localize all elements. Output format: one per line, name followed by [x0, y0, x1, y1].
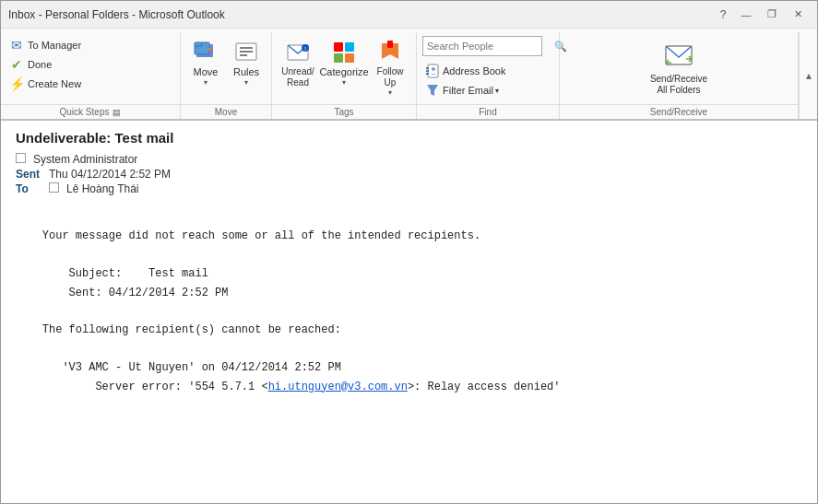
svg-rect-10: [334, 42, 343, 52]
unread-read-label: Unread/ Read: [281, 66, 314, 88]
svg-rect-11: [345, 42, 354, 52]
search-people-box[interactable]: 🔍: [422, 36, 542, 56]
find-title: Find: [417, 104, 559, 119]
to-manager-icon: ✉: [9, 38, 24, 53]
email-body: Your message did not reach some or all o…: [16, 208, 802, 415]
move-title: Move: [181, 104, 271, 119]
categorize-button[interactable]: Categorize ▾: [320, 36, 368, 97]
ribbon-group-tags: ! Unread/ Read: [272, 32, 417, 119]
follow-up-label: Follow Up: [377, 66, 404, 88]
find-content: 🔍 Address Book: [417, 32, 559, 104]
close-button[interactable]: ✕: [786, 6, 810, 24]
done-icon: ✔: [9, 57, 24, 72]
filter-email-dropdown-arrow: ▾: [495, 87, 499, 95]
move-content: Move ▾ Rules: [181, 32, 271, 104]
search-people-input[interactable]: [427, 41, 554, 52]
send-receive-icon: [662, 39, 695, 72]
send-receive-title: Send/Receive: [560, 104, 798, 119]
email-link[interactable]: hi.utnguyen@v3.com.vn: [268, 381, 408, 393]
tags-content: ! Unread/ Read: [272, 32, 416, 104]
unread-read-icon: !: [285, 39, 311, 64]
ribbon-collapse-button[interactable]: ▴: [799, 32, 817, 119]
sent-date: Thu 04/12/2014 2:52 PM: [49, 168, 171, 181]
from-row: System Administrator: [16, 153, 802, 166]
email-body-text: Your message did not reach some or all o…: [16, 229, 480, 393]
follow-up-icon: [377, 39, 403, 64]
ribbon-group-quick-steps: ✉ To Manager ✔ Done ⚡ Create New Quick S…: [1, 32, 181, 119]
quick-steps-expand-icon[interactable]: ▤: [113, 108, 121, 117]
sender-name: System Administrator: [33, 153, 137, 166]
move-icon: [193, 39, 219, 64]
email-header: System Administrator Sent Thu 04/12/2014…: [16, 153, 802, 195]
restore-button[interactable]: ❐: [760, 6, 784, 24]
follow-up-dropdown-arrow: ▾: [388, 88, 392, 97]
ribbon: ✉ To Manager ✔ Done ⚡ Create New Quick S…: [1, 29, 817, 121]
send-receive-button[interactable]: Send/Receive All Folders: [647, 36, 710, 97]
follow-up-button[interactable]: Follow Up ▾: [370, 36, 410, 97]
rules-dropdown-arrow: ▾: [244, 78, 248, 87]
ribbon-collapse-icon: ▴: [806, 69, 812, 82]
rules-icon: [233, 39, 259, 64]
move-label: Move: [194, 66, 219, 78]
rules-label: Rules: [233, 66, 259, 78]
svg-rect-17: [426, 70, 429, 72]
window-controls: ? — ❐ ✕: [714, 6, 810, 24]
unread-read-button[interactable]: ! Unread/ Read: [278, 36, 318, 97]
tags-title: Tags: [272, 104, 416, 119]
svg-rect-16: [426, 67, 429, 69]
filter-email-button[interactable]: Filter Email ▾: [422, 82, 502, 99]
to-recipient: Lê Hoàng Thái: [66, 182, 139, 195]
to-label: To: [16, 182, 43, 195]
filter-email-icon: [425, 83, 440, 98]
svg-rect-14: [387, 41, 393, 48]
address-book-button[interactable]: Address Book: [422, 63, 508, 79]
to-manager-label: To Manager: [28, 40, 81, 51]
done-label: Done: [28, 59, 52, 70]
rules-button[interactable]: Rules ▾: [227, 36, 266, 97]
ribbon-group-send-receive: Send/Receive All Folders Send/Receive: [560, 32, 799, 119]
help-button[interactable]: ?: [714, 6, 732, 24]
categorize-icon: [331, 39, 357, 64]
address-book-label: Address Book: [443, 65, 505, 76]
quick-step-done[interactable]: ✔ Done: [5, 55, 56, 74]
create-new-label: Create New: [28, 78, 81, 89]
svg-rect-13: [345, 53, 354, 63]
title-bar: Inbox - Personal Folders - Microsoft Out…: [1, 1, 817, 29]
email-content-area: Undeliverable: Test mail System Administ…: [1, 121, 817, 504]
email-body-after-link: >: Relay access denied': [408, 381, 561, 393]
address-book-icon: [425, 64, 440, 78]
svg-rect-12: [334, 53, 343, 63]
quick-steps-content: ✉ To Manager ✔ Done ⚡ Create New: [1, 32, 180, 104]
minimize-button[interactable]: —: [734, 6, 758, 24]
quick-step-create-new[interactable]: ⚡ Create New: [5, 75, 86, 93]
send-receive-label: Send/Receive All Folders: [650, 74, 707, 96]
quick-step-to-manager[interactable]: ✉ To Manager: [5, 36, 86, 54]
svg-point-19: [432, 67, 435, 71]
svg-rect-15: [428, 64, 438, 77]
filter-email-label: Filter Email: [443, 85, 493, 96]
sent-label: Sent: [16, 168, 43, 181]
to-checkbox[interactable]: [49, 182, 59, 193]
window-title: Inbox - Personal Folders - Microsoft Out…: [8, 8, 225, 21]
create-new-icon: ⚡: [9, 76, 24, 91]
sent-row: Sent Thu 04/12/2014 2:52 PM: [16, 168, 802, 181]
to-row: To Lê Hoàng Thái: [16, 182, 802, 195]
quick-steps-title: Quick Steps ▤: [1, 104, 180, 119]
move-button[interactable]: Move ▾: [186, 36, 225, 97]
categorize-dropdown-arrow: ▾: [342, 78, 346, 87]
svg-rect-18: [426, 73, 429, 75]
categorize-label: Categorize: [319, 66, 368, 78]
move-dropdown-arrow: ▾: [204, 78, 207, 87]
ribbon-group-find: 🔍 Address Book: [417, 32, 560, 119]
email-subject: Undeliverable: Test mail: [16, 130, 802, 146]
svg-marker-20: [427, 85, 438, 96]
ribbon-group-move: Move ▾ Rules: [181, 32, 272, 119]
send-receive-content: Send/Receive All Folders: [560, 32, 798, 104]
sender-checkbox[interactable]: [16, 153, 26, 163]
